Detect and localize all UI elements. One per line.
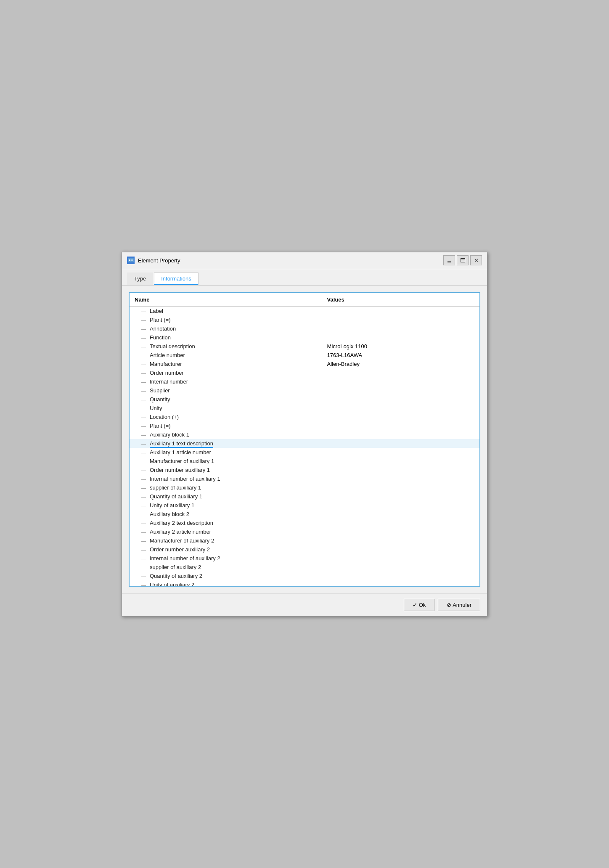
row-value-cell: 1763-L16AWA <box>322 351 479 360</box>
table-row[interactable]: —Supplier <box>130 386 479 395</box>
row-name-text: Auxiliary block 2 <box>150 511 189 517</box>
row-value-cell <box>322 474 479 483</box>
table-row[interactable]: —Plant (=) <box>130 315 479 324</box>
table-row[interactable]: —Article number1763-L16AWA <box>130 351 479 360</box>
row-value-cell <box>322 492 479 501</box>
row-name-cell: —Textual description <box>130 342 322 351</box>
col-header-name: Name <box>130 293 322 307</box>
row-dash-icon: — <box>141 512 148 517</box>
row-value-cell <box>322 457 479 466</box>
table-row[interactable]: —Annotation <box>130 324 479 333</box>
svg-rect-1 <box>129 259 130 261</box>
table-row[interactable]: —Manufacturer of auxiliary 2 <box>130 536 479 545</box>
row-name-cell: —supplier of auxiliary 2 <box>130 563 322 572</box>
table-row[interactable]: —Quantity of auxiliary 1 <box>130 492 479 501</box>
row-value-cell <box>322 306 479 315</box>
row-name-text: Textual description <box>150 343 195 349</box>
table-row[interactable]: —Auxiliary 1 article number <box>130 448 479 457</box>
row-dash-icon: — <box>141 406 148 411</box>
table-row[interactable]: —Internal number of auxiliary 1 <box>130 474 479 483</box>
table-row[interactable]: —supplier of auxiliary 2 <box>130 563 479 572</box>
row-value-cell <box>322 572 479 580</box>
row-name-text: Auxiliary 2 article number <box>150 529 211 535</box>
row-dash-icon: — <box>141 574 148 579</box>
table-row[interactable]: —Auxiliary 2 text description <box>130 519 479 527</box>
row-name-text: Function <box>150 334 171 341</box>
row-value-cell <box>322 563 479 572</box>
table-row[interactable]: —Internal number <box>130 377 479 386</box>
table-row[interactable]: —Function <box>130 333 479 342</box>
table-row[interactable]: —supplier of auxiliary 1 <box>130 483 479 492</box>
row-name-cell: —Label <box>130 306 322 315</box>
row-dash-icon: — <box>141 547 148 552</box>
table-row[interactable]: —Manufacturer of auxiliary 1 <box>130 457 479 466</box>
restore-button[interactable]: 🗖 <box>457 255 469 265</box>
table-row[interactable]: —Textual descriptionMicroLogix 1100 <box>130 342 479 351</box>
row-value-cell <box>322 421 479 430</box>
table-row[interactable]: —Order number <box>130 368 479 377</box>
table-row[interactable]: —Auxiliary 1 text description <box>130 439 479 448</box>
row-value-cell <box>322 466 479 474</box>
table-row[interactable]: —ManufacturerAllen-Bradley <box>130 360 479 368</box>
row-value-cell <box>322 527 479 536</box>
row-dash-icon: — <box>141 529 148 535</box>
table-row[interactable]: —Unity <box>130 404 479 413</box>
table-row[interactable]: —Order number auxiliary 2 <box>130 545 479 554</box>
row-dash-icon: — <box>141 423 148 429</box>
cancel-button[interactable]: ⊘ Annuler <box>438 599 480 611</box>
row-name-text: Auxiliary 1 text description <box>150 440 213 448</box>
close-button[interactable]: ✕ <box>470 255 482 265</box>
minimize-button[interactable]: 🗕 <box>443 255 455 265</box>
row-dash-icon: — <box>141 441 148 446</box>
properties-table-container[interactable]: Name Values —Label—Plant (=)—Annotation—… <box>129 292 480 587</box>
row-name-text: Supplier <box>150 387 170 394</box>
row-name-cell: —Quantity <box>130 395 322 404</box>
row-value-cell <box>322 448 479 457</box>
table-row[interactable]: —Label <box>130 306 479 315</box>
table-row[interactable]: —Auxiliary 2 article number <box>130 527 479 536</box>
table-row[interactable]: —Unity of auxiliary 1 <box>130 501 479 510</box>
row-name-text: Annotation <box>150 326 176 332</box>
row-name-text: Internal number of auxiliary 2 <box>150 555 220 561</box>
row-dash-icon: — <box>141 397 148 402</box>
row-dash-icon: — <box>141 468 148 473</box>
row-value-cell <box>322 510 479 519</box>
table-row[interactable]: —Unity of auxiliary 2 <box>130 580 479 587</box>
row-value-cell <box>322 545 479 554</box>
row-name-text: Location (+) <box>150 414 179 420</box>
row-name-cell: —Unity of auxiliary 2 <box>130 580 322 587</box>
row-value-cell <box>322 501 479 510</box>
row-name-cell: —Auxiliary 1 text description <box>130 439 322 448</box>
tab-type[interactable]: Type <box>127 273 153 285</box>
table-row[interactable]: —Order number auxiliary 1 <box>130 466 479 474</box>
row-value-cell <box>322 580 479 587</box>
row-name-text: supplier of auxiliary 1 <box>150 484 201 491</box>
row-name-cell: —Auxiliary 1 article number <box>130 448 322 457</box>
table-row[interactable]: —Quantity of auxiliary 2 <box>130 572 479 580</box>
ok-button[interactable]: ✓ Ok <box>404 599 434 611</box>
table-row[interactable]: —Internal number of auxiliary 2 <box>130 554 479 563</box>
table-row[interactable]: —Auxiliary block 1 <box>130 430 479 439</box>
row-name-cell: —Auxiliary 2 text description <box>130 519 322 527</box>
row-dash-icon: — <box>141 565 148 570</box>
row-name-cell: —Internal number <box>130 377 322 386</box>
row-name-cell: —Plant (=) <box>130 315 322 324</box>
row-value-cell: MicroLogix 1100 <box>322 342 479 351</box>
table-row[interactable]: —Plant (=) <box>130 421 479 430</box>
row-name-text: Order number auxiliary 2 <box>150 546 210 553</box>
window-controls: 🗕 🗖 ✕ <box>443 255 482 265</box>
row-name-text: Unity of auxiliary 1 <box>150 502 194 508</box>
table-row[interactable]: —Quantity <box>130 395 479 404</box>
row-name-cell: —Auxiliary 2 article number <box>130 527 322 536</box>
row-name-cell: —Manufacturer <box>130 360 322 368</box>
table-row[interactable]: —Auxiliary block 2 <box>130 510 479 519</box>
row-value-cell <box>322 430 479 439</box>
row-name-text: Label <box>150 308 163 314</box>
row-dash-icon: — <box>141 344 148 349</box>
row-dash-icon: — <box>141 521 148 526</box>
row-value-cell <box>322 413 479 421</box>
row-value-cell <box>322 536 479 545</box>
row-name-text: Auxiliary block 1 <box>150 431 189 438</box>
table-row[interactable]: —Location (+) <box>130 413 479 421</box>
tab-informations[interactable]: Informations <box>154 273 199 285</box>
